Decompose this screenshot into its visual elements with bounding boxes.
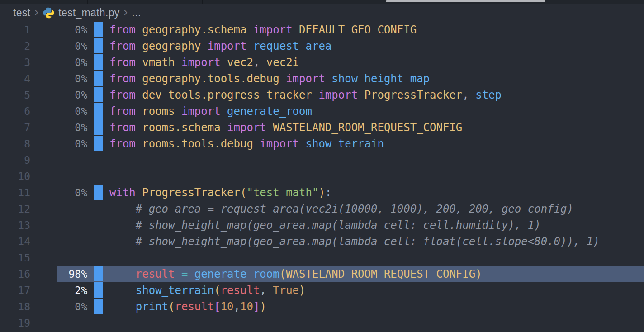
coverage-gutter [87, 103, 109, 119]
line-number[interactable]: 2 [0, 38, 30, 54]
coverage-percent [30, 233, 87, 250]
tab-separator [642, 0, 642, 4]
code-line-row[interactable]: 13 # show_height_map(geo_area.map(lambda… [0, 217, 644, 233]
code-line-row[interactable]: 180% print(result[10,10]) [0, 299, 644, 315]
coverage-gutter [87, 22, 109, 38]
code-line-row[interactable]: 172% show_terrain(result, True) [0, 282, 644, 299]
code-line[interactable]: from rooms.schema import WASTELAND_ROOM_… [109, 119, 644, 136]
breadcrumb-item-symbol-more[interactable]: ... [132, 7, 141, 19]
line-number[interactable]: 1 [0, 22, 30, 38]
line-number[interactable]: 18 [0, 299, 30, 315]
coverage-gutter [87, 119, 109, 136]
code-token: step [475, 89, 502, 101]
coverage-indicator [94, 103, 103, 119]
code-line[interactable]: from dev_tools.progress_tracker import P… [109, 87, 644, 103]
line-number[interactable]: 16 [0, 266, 30, 282]
code-token: # show_height_map(geo_area.map(lambda ce… [109, 219, 541, 232]
code-token: from [109, 89, 142, 101]
code-line[interactable]: # show_height_map(geo_area.map(lambda ce… [109, 233, 644, 250]
code-token: from [109, 121, 142, 134]
coverage-gutter [87, 201, 109, 217]
code-line-row[interactable]: 80%from rooms.tools.debug import show_te… [0, 136, 644, 152]
coverage-gutter [87, 299, 109, 315]
code-token: import [227, 121, 273, 134]
code-line[interactable]: print(result[10,10]) [109, 299, 644, 315]
code-token [188, 268, 194, 280]
code-line[interactable]: # show_height_map(geo_area.map(lambda ce… [109, 217, 644, 233]
line-number[interactable]: 12 [0, 201, 30, 217]
line-number[interactable]: 9 [0, 152, 30, 168]
code-token: geography.tools.debug [142, 72, 286, 85]
code-line[interactable] [109, 315, 644, 331]
line-number[interactable]: 4 [0, 71, 30, 87]
line-number[interactable]: 14 [0, 233, 30, 250]
code-line[interactable]: from rooms.tools.debug import show_terra… [109, 136, 644, 152]
coverage-gutter [87, 136, 109, 152]
code-line[interactable]: from geography import request_area [109, 38, 644, 54]
line-number[interactable]: 15 [0, 250, 30, 266]
code-line-row[interactable]: 50%from dev_tools.progress_tracker impor… [0, 87, 644, 103]
code-line-row[interactable]: 110%with ProgressTracker("test_math"): [0, 185, 644, 201]
editor-code-area[interactable]: 10%from geography.schema import DEFAULT_… [0, 22, 644, 332]
code-line[interactable]: from geography.tools.debug import show_h… [109, 71, 644, 87]
code-line[interactable]: show_terrain(result, True) [109, 282, 644, 299]
code-token: from [109, 56, 142, 69]
code-line[interactable]: from rooms import generate_room [109, 103, 644, 119]
code-line[interactable] [109, 250, 644, 266]
code-line-row[interactable]: 15 [0, 250, 644, 266]
coverage-percent: 0% [30, 71, 87, 87]
code-line-row[interactable]: 14 # show_height_map(geo_area.map(lambda… [0, 233, 644, 250]
breadcrumb-item-file[interactable]: test_math.py [43, 7, 119, 19]
line-number[interactable]: 5 [0, 87, 30, 103]
code-line-row[interactable]: 10%from geography.schema import DEFAULT_… [0, 22, 644, 38]
code-line-row[interactable]: 9 [0, 152, 644, 168]
code-line[interactable]: # geo_area = request_area(vec2i(10000, 1… [109, 201, 644, 217]
line-number[interactable]: 3 [0, 54, 30, 71]
code-line-row[interactable]: 12 # geo_area = request_area(vec2i(10000… [0, 201, 644, 217]
line-number[interactable]: 7 [0, 119, 30, 136]
code-token: ] [253, 300, 260, 313]
code-token: ( [214, 284, 220, 297]
line-number[interactable]: 13 [0, 217, 30, 233]
breadcrumb-item-folder[interactable]: test [13, 7, 30, 19]
code-line-row[interactable]: 1698% result = generate_room(WASTELAND_R… [0, 266, 644, 282]
coverage-percent [30, 217, 87, 233]
code-token: from [109, 72, 142, 85]
coverage-indicator [94, 119, 103, 135]
code-line-row[interactable]: 30%from vmath import vec2, vec2i [0, 54, 644, 71]
coverage-indicator [94, 282, 103, 298]
coverage-indicator [94, 299, 103, 314]
code-line-row[interactable]: 20%from geography import request_area [0, 38, 644, 54]
line-number[interactable]: 11 [0, 185, 30, 201]
chevron-right-icon: › [34, 3, 38, 20]
line-number[interactable]: 8 [0, 136, 30, 152]
code-line-row[interactable]: 60%from rooms import generate_room [0, 103, 644, 119]
code-line[interactable] [109, 152, 644, 168]
coverage-indicator [94, 38, 103, 53]
tab-bar-scrollbar-thumb[interactable] [386, 0, 545, 2]
code-line[interactable]: from geography.schema import DEFAULT_GEO… [109, 22, 644, 38]
line-number[interactable]: 10 [0, 168, 30, 185]
code-line[interactable]: from vmath import vec2, vec2i [109, 54, 644, 71]
coverage-gutter [87, 54, 109, 71]
coverage-gutter [87, 168, 109, 185]
code-line[interactable]: result = generate_room(WASTELAND_ROOM_RE… [109, 266, 644, 282]
coverage-gutter [87, 315, 109, 331]
line-number[interactable]: 6 [0, 103, 30, 119]
code-line-row[interactable]: 40%from geography.tools.debug import sho… [0, 71, 644, 87]
code-line-row[interactable]: 10 [0, 168, 644, 185]
line-number[interactable]: 17 [0, 282, 30, 299]
code-token: import [318, 89, 364, 101]
coverage-percent: 0% [30, 103, 87, 119]
code-line[interactable]: with ProgressTracker("test_math"): [109, 185, 644, 201]
line-number[interactable]: 19 [0, 315, 30, 331]
code-line[interactable] [109, 168, 644, 185]
code-token: True [273, 284, 299, 297]
code-line-row[interactable]: 70%from rooms.schema import WASTELAND_RO… [0, 119, 644, 136]
code-token: WASTELAND_ROOM_REQUEST_CONFIG [273, 121, 462, 134]
code-token: ) [299, 284, 305, 297]
coverage-gutter [87, 250, 109, 266]
coverage-percent: 0% [30, 38, 87, 54]
code-token: WASTELAND_ROOM_REQUEST_CONFIG [286, 268, 475, 280]
code-line-row[interactable]: 19 [0, 315, 644, 331]
